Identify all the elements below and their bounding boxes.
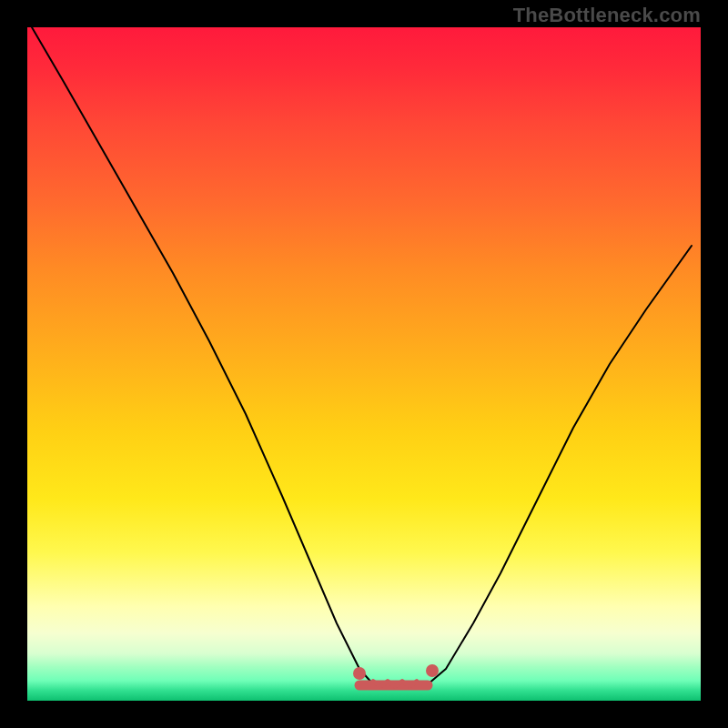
bottom-marker-dot-right (426, 664, 439, 677)
curve-layer (27, 27, 701, 701)
plot-area (27, 27, 701, 701)
chart-frame: TheBottleneck.com (0, 0, 728, 728)
bottleneck-curve (32, 27, 692, 689)
watermark-text: TheBottleneck.com (513, 4, 701, 27)
bottom-marker-dot-left (353, 667, 366, 680)
